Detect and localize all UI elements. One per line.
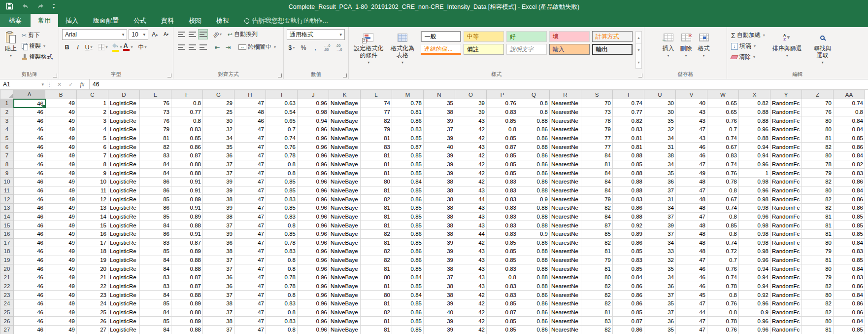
cell-S25[interactable]: 81 xyxy=(581,308,613,317)
cell-F20[interactable]: 0.88 xyxy=(171,264,203,273)
cell-V5[interactable]: 43 xyxy=(676,134,707,143)
cell-T18[interactable]: 0.85 xyxy=(613,247,644,256)
cell-O24[interactable]: 42 xyxy=(455,299,487,308)
cell-A9[interactable]: 46 xyxy=(14,169,45,178)
cell-U15[interactable]: 39 xyxy=(644,221,676,230)
percent-style-button[interactable]: % xyxy=(299,42,308,53)
cell-O22[interactable]: 43 xyxy=(455,282,487,291)
cell-J15[interactable]: 0.96 xyxy=(298,221,329,230)
cell-I15[interactable]: 0.8 xyxy=(266,221,298,230)
cell-G27[interactable]: 37 xyxy=(203,326,234,334)
cell-B6[interactable]: 49 xyxy=(45,143,77,151)
orientation-button[interactable]: ab xyxy=(212,29,222,39)
cell-O20[interactable]: 43 xyxy=(455,264,487,273)
cell-Y15[interactable]: RandomFc xyxy=(770,221,802,230)
cell-T21[interactable]: 0.84 xyxy=(613,273,644,282)
cell-S27[interactable]: 82 xyxy=(581,326,613,334)
cell-C6[interactable]: 6 xyxy=(77,143,108,151)
cell-I8[interactable]: 0.8 xyxy=(266,160,298,169)
cell-U20[interactable]: 35 xyxy=(644,264,676,273)
cell-V13[interactable]: 48 xyxy=(676,203,707,212)
cell-Y12[interactable]: RandomFc xyxy=(770,195,802,204)
cell-B14[interactable]: 49 xyxy=(45,212,77,221)
cell-L25[interactable]: 82 xyxy=(361,308,392,317)
row-header-13[interactable]: 13 xyxy=(0,203,14,212)
cell-P19[interactable]: 0.85 xyxy=(487,256,518,264)
row-header-7[interactable]: 7 xyxy=(0,151,14,160)
cell-L14[interactable]: 81 xyxy=(361,212,392,221)
cell-Q16[interactable]: 0.9 xyxy=(518,229,550,238)
cell-D23[interactable]: LogisticRe xyxy=(108,291,140,299)
cell-V10[interactable]: 48 xyxy=(676,177,707,186)
increase-decimal-button[interactable]: ←.0.00 xyxy=(322,42,332,53)
cell-X16[interactable]: 0.98 xyxy=(739,229,770,238)
cell-I25[interactable]: 0.8 xyxy=(266,308,298,317)
cell-E9[interactable]: 84 xyxy=(140,169,171,178)
cell-I12[interactable]: 0.83 xyxy=(266,195,298,204)
cell-G14[interactable]: 38 xyxy=(203,212,234,221)
cell-A26[interactable]: 46 xyxy=(14,317,45,326)
cell-style-neutral[interactable]: 中等 xyxy=(464,31,504,42)
cell-W23[interactable]: 0.8 xyxy=(707,291,739,299)
cell-Y23[interactable]: RandomFc xyxy=(770,291,802,299)
cell-V14[interactable]: 47 xyxy=(676,212,707,221)
cell-S20[interactable]: 81 xyxy=(581,264,613,273)
cell-D19[interactable]: LogisticRe xyxy=(108,256,140,264)
cell-H6[interactable]: 47 xyxy=(234,143,266,151)
cell-T9[interactable]: 0.88 xyxy=(613,169,644,178)
cell-E5[interactable]: 81 xyxy=(140,134,171,143)
cell-Z20[interactable]: 80 xyxy=(802,264,834,273)
row-header-1[interactable]: 1 xyxy=(0,99,14,108)
cell-U23[interactable]: 37 xyxy=(644,291,676,299)
cell-L13[interactable]: 81 xyxy=(361,203,392,212)
cell-U12[interactable]: 31 xyxy=(644,195,676,204)
cell-O12[interactable]: 44 xyxy=(455,195,487,204)
cell-G7[interactable]: 36 xyxy=(203,151,234,160)
cell-K16[interactable]: NaiveBaye xyxy=(329,229,361,238)
cell-P6[interactable]: 0.87 xyxy=(487,143,518,151)
cell-H16[interactable]: 47 xyxy=(234,229,266,238)
cell-W25[interactable]: 0.8 xyxy=(707,308,739,317)
cell-S23[interactable]: 82 xyxy=(581,291,613,299)
cell-C13[interactable]: 13 xyxy=(77,203,108,212)
cell-I7[interactable]: 0.78 xyxy=(266,151,298,160)
cell-G18[interactable]: 38 xyxy=(203,247,234,256)
cell-Z15[interactable]: 81 xyxy=(802,221,834,230)
cell-J7[interactable]: 0.96 xyxy=(298,151,329,160)
cell-J11[interactable]: 0.96 xyxy=(298,186,329,195)
cell-AA23[interactable]: 0.84 xyxy=(834,291,865,299)
cell-A2[interactable]: 46 xyxy=(14,108,45,116)
cell-N10[interactable]: 38 xyxy=(424,177,455,186)
cell-C5[interactable]: 5 xyxy=(77,134,108,143)
cell-Q6[interactable]: 0.88 xyxy=(518,143,550,151)
cell-AA11[interactable]: 0.84 xyxy=(834,186,865,195)
cell-M3[interactable]: 0.86 xyxy=(392,116,424,125)
cell-M15[interactable]: 0.85 xyxy=(392,221,424,230)
cell-Q21[interactable]: 0.88 xyxy=(518,273,550,282)
cell-B27[interactable]: 49 xyxy=(45,326,77,334)
cell-J18[interactable]: 0.96 xyxy=(298,247,329,256)
cell-T5[interactable]: 0.81 xyxy=(613,134,644,143)
cell-K10[interactable]: NaiveBaye xyxy=(329,177,361,186)
cell-R11[interactable]: NearestNe xyxy=(550,186,581,195)
cell-D20[interactable]: LogisticRe xyxy=(108,264,140,273)
cell-T1[interactable]: 0.74 xyxy=(613,99,644,108)
cell-R23[interactable]: NearestNe xyxy=(550,291,581,299)
column-header-T[interactable]: T xyxy=(613,90,644,99)
row-header-19[interactable]: 19 xyxy=(0,256,14,264)
cell-G25[interactable]: 37 xyxy=(203,308,234,317)
cell-K26[interactable]: NaiveBaye xyxy=(329,317,361,326)
cell-AA13[interactable]: 0.86 xyxy=(834,203,865,212)
cell-U3[interactable]: 35 xyxy=(644,116,676,125)
cell-U18[interactable]: 33 xyxy=(644,247,676,256)
cell-G11[interactable]: 39 xyxy=(203,186,234,195)
cell-P18[interactable]: 0.85 xyxy=(487,247,518,256)
cell-K14[interactable]: NaiveBaye xyxy=(329,212,361,221)
cell-R24[interactable]: NearestNe xyxy=(550,299,581,308)
cell-O23[interactable]: 42 xyxy=(455,291,487,299)
cell-Z12[interactable]: 82 xyxy=(802,195,834,204)
cell-S13[interactable]: 82 xyxy=(581,203,613,212)
row-header-26[interactable]: 26 xyxy=(0,317,14,326)
cell-S3[interactable]: 78 xyxy=(581,116,613,125)
cell-O15[interactable]: 43 xyxy=(455,221,487,230)
